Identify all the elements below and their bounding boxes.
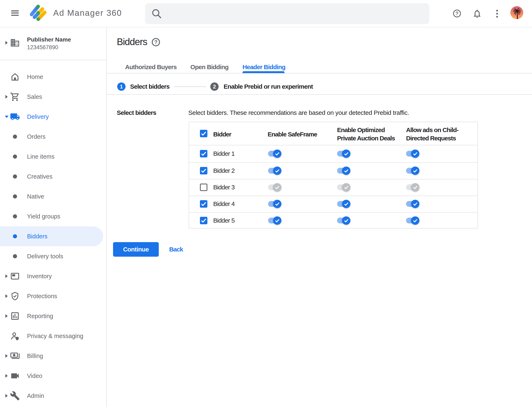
svg-text:?: ? — [456, 11, 459, 16]
svg-text:?: ? — [154, 39, 158, 45]
